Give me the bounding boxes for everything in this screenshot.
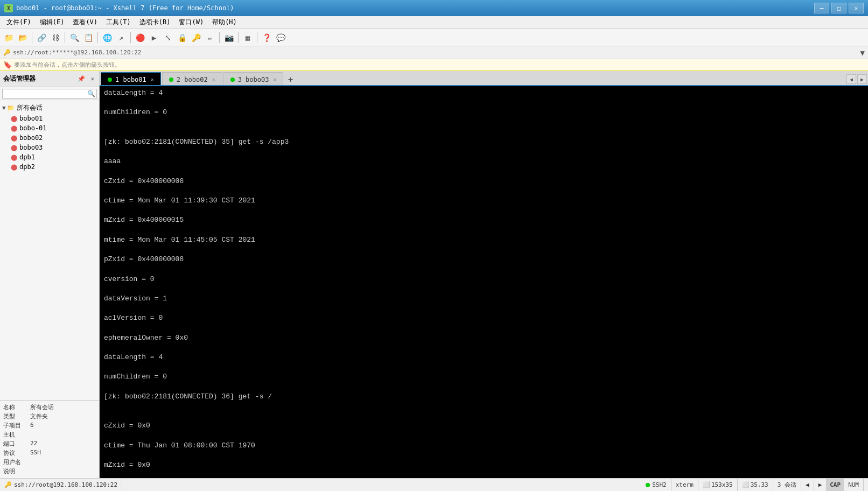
prop-row-host: 主机 [0,430,99,439]
add-session-text: 要添加当前会话，点击左侧的箭头按钮。 [14,61,121,69]
term-line-11: dataVersion = 1 [104,294,864,304]
arrow-button[interactable]: ↗ [115,31,128,44]
term-line-7: mZxid = 0x400000015 [104,215,864,225]
toolbar-sep-3 [97,32,98,43]
sidebar-item-bobo02[interactable]: ⬤ bobo02 [0,133,99,143]
prop-row-name: 名称 所有会话 [0,403,99,412]
key-button[interactable]: 🔑 [190,31,202,44]
status-path: 🔑 ssh://root@192.168.100.120:22 [4,479,122,491]
tree-label-bobo02: bobo02 [19,134,43,142]
tab-bobo03[interactable]: 3 bobo03 ✕ [223,72,284,86]
folder-icon: 📁 [7,104,15,111]
sidebar-item-bobo01[interactable]: ⬤ bobo01 [0,114,99,123]
add-session-bar: 🔖 要添加当前会话，点击左侧的箭头按钮。 [0,59,868,71]
sidebar-header: 会话管理器 📌 ✕ [0,71,99,87]
terminal[interactable]: dataLength = 4 numChildren = 0 [zk: bobo… [100,86,868,478]
term-line-19: ctime = Thu Jan 01 08:00:00 CST 1970 [104,441,864,451]
toolbar-sep-2 [65,32,65,43]
sidebar-item-dpb2[interactable]: ⬤ dpb2 [0,162,99,172]
status-cap: CAP [827,479,844,491]
prop-row-children: 子项目 6 [0,421,99,430]
term-line-0: dataLength = 4 [104,88,864,98]
tab-close-bobo02[interactable]: ✕ [212,76,215,82]
disconnect-button[interactable]: ⛓ [49,31,62,44]
copy-button[interactable]: 📋 [82,31,95,44]
search-icon: 🔍 [87,90,95,97]
prop-key-children: 子项目 [3,422,30,430]
tab-close-bobo01[interactable]: ✕ [151,76,154,82]
term-line-4: aaaa [104,157,864,166]
new-session-button[interactable]: 📁 [2,31,15,44]
term-line-14: dataLength = 4 [104,353,864,362]
screenshot-button[interactable]: 📷 [222,31,235,44]
menu-file[interactable]: 文件(F) [2,17,36,28]
server-icon-bobo02: ⬤ [11,135,17,142]
connect-button[interactable]: 🔗 [35,31,48,44]
menu-help[interactable]: 帮助(H) [208,17,241,28]
tab-bobo01[interactable]: 1 bobo01 ✕ [101,72,161,86]
tree-label-dpb1: dpb1 [19,153,35,161]
menu-edit[interactable]: 编辑(E) [36,17,69,28]
grid-button[interactable]: ▦ [241,31,254,44]
prop-row-port: 端口 22 [0,439,99,448]
sidebar-header-controls[interactable]: 📌 ✕ [76,75,96,83]
menu-tools[interactable]: 工具(T) [102,17,135,28]
status-position: ⬜ 35,33 [738,479,773,491]
expand-icon: ▼ [2,104,6,111]
toolbar: 📁 📂 🔗 ⛓ 🔍 📋 🌐 ↗ 🔴 ▶ ⤡ 🔒 🔑 ✏ 📷 ▦ ❓ 💬 [0,29,868,46]
tree-label-bobo-01: bobo-01 [19,124,47,132]
term-line-9: pZxid = 0x400000008 [104,255,864,264]
status-protocol-text: SSH2 [652,481,667,488]
status-protocol: SSH2 [641,479,671,491]
lock-button[interactable]: 🔒 [176,31,188,44]
tab-prev-button[interactable]: ◀ [846,74,856,84]
prop-val-username [30,458,96,466]
menu-view[interactable]: 查看(V) [68,17,102,28]
server-icon-bobo01: ⬤ [11,115,17,122]
server-icon-bobo03: ⬤ [11,144,17,151]
minimize-button[interactable]: ─ [814,3,829,13]
sidebar-search: 🔍 [0,87,99,100]
session-dropdown[interactable]: ▼ [860,48,865,57]
prop-row-desc: 说明 [0,467,99,476]
play-button[interactable]: ▶ [148,31,160,44]
menu-window[interactable]: 窗口(W) [174,17,208,28]
restore-button[interactable]: □ [831,3,846,13]
sidebar-item-bobo-01[interactable]: ⬤ bobo-01 [0,123,99,133]
toolbar-sep-4 [130,32,131,43]
stop-button[interactable]: 🔴 [134,31,146,44]
sidebar-item-all-sessions[interactable]: ▼ 📁 所有会话 [0,102,99,114]
term-line-8: mtime = Mon Mar 01 11:45:05 CST 2021 [104,235,864,245]
status-term: xterm [671,479,698,491]
sidebar-item-bobo03[interactable]: ⬤ bobo03 [0,143,99,152]
comment-button[interactable]: 💬 [274,31,287,44]
prop-key-type: 类型 [3,412,30,420]
sidebar-pin-button[interactable]: 📌 [76,75,87,83]
status-path-text: ssh://root@192.168.100.120:22 [14,481,117,488]
tab-next-button[interactable]: ▶ [857,74,867,84]
status-arrow-right[interactable]: ▶ [814,479,827,491]
term-line-5: cZxid = 0x400000008 [104,177,864,186]
resize-button[interactable]: ⤡ [162,31,174,44]
find-button[interactable]: 🔍 [68,31,81,44]
sidebar-search-input[interactable] [2,89,97,99]
sidebar-item-dpb1[interactable]: ⬤ dpb1 [0,152,99,162]
globe-button[interactable]: 🌐 [101,31,114,44]
sidebar: 会话管理器 📌 ✕ 🔍 ▼ 📁 所有会话 ⬤ bobo01 ⬤ bobo-01 [0,71,100,478]
menu-bar: 文件(F) 编辑(E) 查看(V) 工具(T) 选项卡(B) 窗口(W) 帮助(… [0,16,868,29]
status-position-text: 35,33 [751,481,768,488]
tab-close-bobo03[interactable]: ✕ [273,76,276,82]
status-ssh-icon: 🔑 [4,481,12,488]
menu-tabs[interactable]: 选项卡(B) [135,17,175,28]
status-arrow-left[interactable]: ◀ [801,479,814,491]
help-button[interactable]: ❓ [260,31,273,44]
tab-dot-bobo03 [230,78,235,82]
sidebar-close-button[interactable]: ✕ [89,75,96,83]
close-button[interactable]: ✕ [849,3,864,13]
tab-bobo02[interactable]: 2 bobo02 ✕ [162,72,222,86]
title-bar-controls[interactable]: ─ □ ✕ [814,3,864,13]
properties-panel: 名称 所有会话 类型 文件夹 子项目 6 主机 端口 22 协议 SSH [0,400,99,478]
open-button[interactable]: 📂 [16,31,29,44]
edit-button[interactable]: ✏ [204,31,216,44]
add-tab-button[interactable]: + [284,73,296,85]
